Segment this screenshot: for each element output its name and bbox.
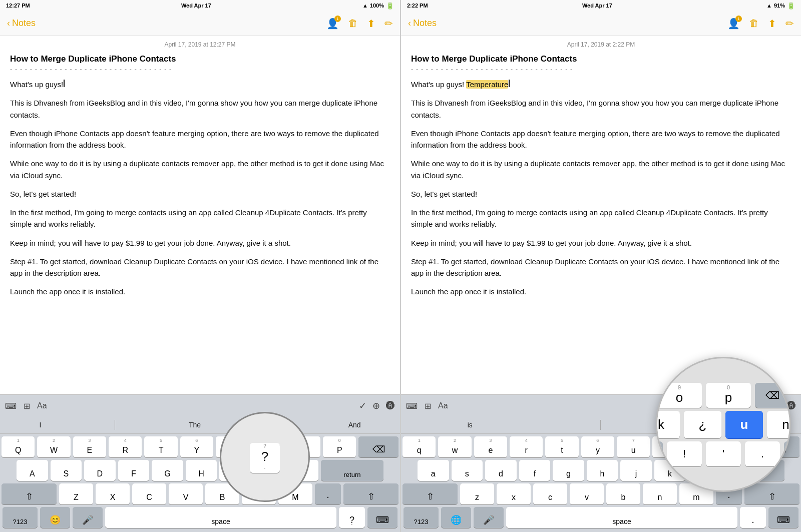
left-key-questionmark[interactable]: ? . — [339, 507, 365, 528]
left-back-chevron-icon[interactable]: ‹ — [7, 18, 10, 29]
right-key-comma[interactable]: . — [740, 507, 766, 528]
right-zoom-circle: 9 o 0 p ⌫ k ¿ u n ⇧ ! ' . — [656, 357, 791, 492]
left-key-delete[interactable]: ⌫ — [358, 436, 398, 457]
left-key-e[interactable]: 3E — [73, 436, 106, 457]
right-key-n[interactable]: n — [643, 483, 677, 504]
right-key-shift[interactable]: ⇧ — [403, 483, 458, 504]
right-suggestion-1[interactable]: is — [463, 420, 478, 430]
right-share-icon[interactable]: ⬆ — [768, 18, 776, 30]
right-key-space[interactable]: space — [506, 507, 737, 528]
left-key-h[interactable]: H — [186, 460, 217, 481]
left-toolbar-format-icon[interactable]: ⌨ — [5, 401, 17, 411]
right-compose-icon[interactable]: ✏ — [785, 18, 794, 30]
right-key-f[interactable]: f — [519, 460, 551, 481]
right-key-c[interactable]: c — [533, 483, 567, 504]
left-contacts-icon[interactable]: 👤 1 — [326, 18, 339, 30]
right-back-label[interactable]: Notes — [413, 18, 437, 29]
left-key-c[interactable]: C — [132, 483, 166, 504]
right-key-globe[interactable]: 🌐 — [441, 507, 471, 528]
right-key-t[interactable]: 5t — [545, 436, 578, 457]
left-key-r[interactable]: 4R — [109, 436, 142, 457]
left-key-d[interactable]: D — [84, 460, 116, 481]
left-toolbar-plus-icon[interactable]: ⊕ — [372, 400, 380, 411]
left-key-return[interactable]: return — [321, 460, 383, 481]
right-note-title[interactable]: How to Merge Duplicate iPhone Contacts — [411, 54, 791, 64]
right-key-d[interactable]: d — [485, 460, 517, 481]
left-key-z[interactable]: Z — [59, 483, 93, 504]
right-toolbar-table-icon[interactable]: ⊞ — [425, 401, 431, 411]
right-key-keyboard[interactable]: ⌨ — [768, 507, 798, 528]
right-key-u[interactable]: 7u — [617, 436, 650, 457]
right-key-y[interactable]: 6y — [581, 436, 614, 457]
right-key-w[interactable]: 2w — [438, 436, 471, 457]
left-toolbar-done-icon[interactable]: ✓ — [359, 400, 366, 411]
left-key-t[interactable]: 5T — [144, 436, 177, 457]
left-para-1: This is Dhvanesh from iGeeksBlog and in … — [10, 97, 390, 121]
left-key-y[interactable]: 6Y — [180, 436, 213, 457]
left-key-q[interactable]: 1Q — [2, 436, 35, 457]
left-suggestion-1[interactable]: I — [34, 420, 46, 430]
right-toolbar-format-icon[interactable]: ⌨ — [406, 401, 418, 411]
right-key-j[interactable]: j — [620, 460, 652, 481]
right-key-v[interactable]: v — [570, 483, 604, 504]
zoom-n-key[interactable]: n — [767, 411, 791, 438]
right-key-mic[interactable]: 🎤 — [474, 507, 504, 528]
left-key-mic[interactable]: 🎤 — [73, 507, 103, 528]
right-contacts-icon[interactable]: 👤 1 — [727, 18, 740, 30]
right-key-a[interactable]: a — [418, 460, 449, 481]
left-key-space[interactable]: space — [105, 507, 336, 528]
left-compose-icon[interactable]: ✏ — [384, 18, 393, 30]
left-suggestion-3[interactable]: And — [343, 420, 366, 430]
left-share-icon[interactable]: ⬆ — [367, 18, 375, 30]
right-key-shift-right[interactable]: ⇧ — [744, 483, 799, 504]
left-key-g[interactable]: G — [152, 460, 183, 481]
left-back-label[interactable]: Notes — [12, 18, 36, 29]
right-key-number[interactable]: ?123 — [404, 507, 439, 528]
right-key-h[interactable]: h — [587, 460, 618, 481]
left-key-number[interactable]: ?123 — [3, 507, 38, 528]
right-trash-icon[interactable]: 🗑 — [749, 18, 759, 29]
right-key-g[interactable]: g — [553, 460, 584, 481]
zoom-u-key-highlighted[interactable]: u — [725, 411, 763, 438]
zoom-dot-bot[interactable]: . — [745, 441, 780, 466]
right-back-chevron-icon[interactable]: ‹ — [408, 18, 411, 29]
left-key-w[interactable]: 2W — [37, 436, 70, 457]
zoom-p-key[interactable]: 0 p — [706, 383, 751, 408]
left-key-keyboard[interactable]: ⌨ — [367, 507, 397, 528]
right-note-body[interactable]: What's up guys! Temperature This is Dhva… — [411, 79, 791, 298]
right-key-b[interactable]: b — [606, 483, 640, 504]
left-key-f[interactable]: F — [118, 460, 150, 481]
right-key-r[interactable]: 4r — [510, 436, 543, 457]
zoom-inverted-question[interactable]: ¿ — [684, 411, 721, 438]
zoom-apostrophe[interactable]: ' — [706, 441, 741, 466]
right-key-q[interactable]: 1q — [403, 436, 436, 457]
left-note-body[interactable]: What's up guys! This is Dhvanesh from iG… — [10, 79, 390, 298]
left-key-shift-right[interactable]: ⇧ — [343, 483, 398, 504]
left-key-shift[interactable]: ⇧ — [2, 483, 57, 504]
left-zoom-circle: ? ? . — [220, 412, 310, 502]
zoom-exclaim[interactable]: ! — [667, 441, 702, 466]
zoom-bot-row: ⇧ ! ' . ⇧ — [656, 441, 791, 466]
right-key-s[interactable]: s — [452, 460, 483, 481]
left-toolbar-font-icon[interactable]: Aa — [37, 401, 47, 410]
zoom-k-key[interactable]: k — [656, 411, 680, 438]
left-key-v[interactable]: V — [169, 483, 203, 504]
right-key-z[interactable]: z — [460, 483, 494, 504]
left-key-period[interactable]: . — [315, 483, 341, 504]
left-toolbar-table-icon[interactable]: ⊞ — [24, 401, 30, 411]
right-toolbar-font-icon[interactable]: Aa — [438, 401, 448, 410]
zoom-o-key[interactable]: 9 o — [657, 383, 702, 408]
left-key-s[interactable]: S — [51, 460, 82, 481]
left-note-title[interactable]: How to Merge Duplicate iPhone Contacts — [10, 54, 390, 64]
right-key-x[interactable]: x — [497, 483, 531, 504]
left-key-x[interactable]: X — [96, 483, 130, 504]
left-toolbar-tip-icon[interactable]: 🅐 — [386, 401, 395, 411]
left-key-p[interactable]: 0P — [323, 436, 356, 457]
left-key-emoji[interactable]: 😊 — [40, 507, 70, 528]
left-trash-icon[interactable]: 🗑 — [348, 18, 358, 29]
left-key-a[interactable]: A — [17, 460, 48, 481]
right-note-divider: - - - - - - - - - - - - - - - - - - - - … — [411, 65, 791, 73]
left-suggestion-2[interactable]: The — [184, 420, 206, 430]
left-para-2: Even though iPhone Contacts app doesn't … — [10, 128, 390, 151]
right-key-e[interactable]: 3e — [474, 436, 507, 457]
